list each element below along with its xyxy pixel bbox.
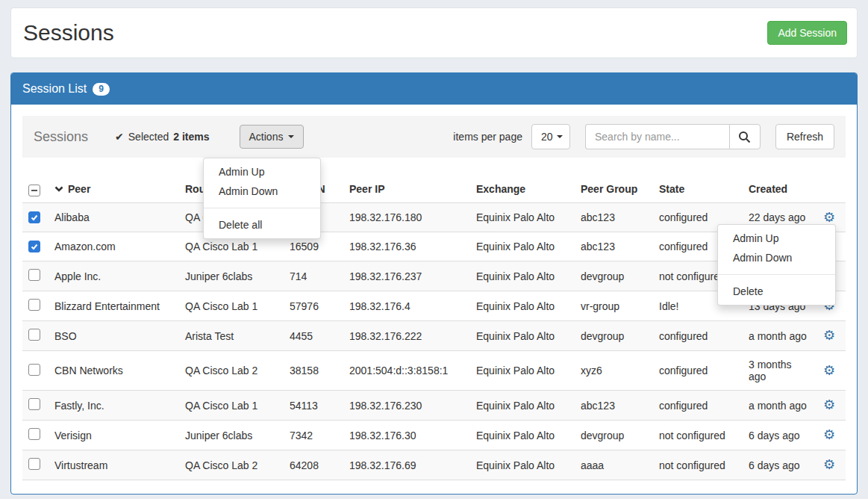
cell-peer: CBN Networks (49, 351, 179, 391)
column-header-created[interactable]: Created (743, 176, 817, 203)
refresh-button[interactable]: Refresh (775, 124, 834, 149)
cell-row-actions: ⚙ (817, 421, 846, 450)
table-row: Fastly, Inc.QA Cisco Lab 154113198.32.17… (22, 391, 846, 421)
row-checkbox[interactable] (28, 211, 40, 223)
panel-title: Session List (22, 82, 87, 96)
selected-prefix: Selected (128, 131, 169, 143)
sessions-page: Sessions Add Session Session List 9 Sess… (0, 0, 868, 499)
row-checkbox[interactable] (28, 364, 40, 376)
sort-descending-icon (54, 186, 63, 192)
cell-peer-ip: 198.32.176.222 (343, 321, 470, 351)
page-header: Sessions Add Session (10, 7, 858, 58)
cell-state: configured (653, 321, 743, 351)
gear-icon[interactable]: ⚙ (823, 365, 835, 376)
cell-peer-ip: 198.32.176.69 (343, 450, 470, 480)
cell-checkbox (22, 232, 49, 261)
cell-asn: 54113 (284, 391, 343, 421)
cell-peer-group: abc123 (575, 232, 653, 261)
add-session-button[interactable]: Add Session (767, 21, 847, 45)
items-per-page-value: 20 (541, 131, 553, 143)
column-header-peer-ip[interactable]: Peer IP (343, 176, 470, 203)
cell-checkbox (22, 450, 49, 480)
menu-item-admin-up[interactable]: Admin Up (204, 162, 320, 182)
cell-state: not configured (653, 450, 743, 480)
cell-checkbox (22, 351, 49, 391)
table-row: BSOArista Test4455198.32.176.222Equinix … (22, 321, 846, 351)
menu-item-admin-down[interactable]: Admin Down (204, 182, 320, 201)
row-checkbox[interactable] (28, 329, 40, 341)
row-checkbox[interactable] (28, 428, 40, 440)
cell-router: QA Cisco Lab 2 (179, 450, 284, 480)
cell-exchange: Equinix Palo Alto (470, 291, 575, 321)
cell-peer: BSO (49, 321, 179, 351)
cell-created: a month ago (743, 391, 817, 421)
cell-router: Juniper 6clabs (179, 261, 284, 291)
check-icon: ✔ (115, 131, 124, 143)
cell-router: Juniper 6clabs (179, 421, 284, 450)
header-checkbox-cell (22, 176, 49, 203)
cell-checkbox (22, 291, 49, 321)
column-header-actions (817, 176, 846, 203)
search-input[interactable] (585, 124, 729, 149)
cell-checkbox (22, 261, 49, 291)
table-row: CBN NetworksQA Cisco Lab 2381582001:504:… (22, 351, 846, 391)
gear-icon[interactable]: ⚙ (823, 429, 835, 441)
menu-divider (204, 208, 320, 208)
cell-router: QA Cisco Lab 1 (179, 391, 284, 421)
cell-peer-ip: 198.32.176.30 (343, 421, 470, 450)
gear-icon[interactable]: ⚙ (823, 329, 835, 341)
cell-peer-ip: 198.32.176.36 (343, 232, 470, 261)
cell-peer-group: vr-group (575, 291, 653, 321)
cell-exchange: Equinix Palo Alto (470, 391, 575, 421)
cell-peer-group: abc123 (575, 391, 653, 421)
caret-down-icon (288, 135, 294, 138)
gear-icon[interactable]: ⚙ (823, 211, 835, 223)
cell-peer: Alibaba (49, 203, 179, 232)
menu-item-delete-all[interactable]: Delete all (204, 215, 320, 235)
menu-item-delete[interactable]: Delete (718, 282, 835, 301)
column-header-peer-group[interactable]: Peer Group (575, 176, 653, 203)
cell-peer-group: xyz6 (575, 351, 653, 391)
column-header-exchange[interactable]: Exchange (470, 176, 575, 203)
cell-row-actions: ⚙ (817, 321, 846, 351)
table-row: VerisignJuniper 6clabs7342198.32.176.30E… (22, 421, 846, 450)
toolbar: Sessions ✔ Selected 2 items Actions item… (22, 116, 846, 158)
row-checkbox[interactable] (28, 458, 40, 470)
session-count-badge: 9 (93, 83, 110, 96)
cell-peer-ip: 198.32.176.237 (343, 261, 470, 291)
gear-icon[interactable]: ⚙ (823, 399, 835, 411)
menu-item-admin-up[interactable]: Admin Up (718, 229, 835, 248)
items-per-page-label: items per page (453, 131, 522, 143)
cell-exchange: Equinix Palo Alto (470, 203, 575, 232)
row-checkbox[interactable] (28, 241, 40, 252)
panel-heading: Session List 9 (11, 73, 857, 105)
items-per-page-select[interactable]: 20 (531, 124, 570, 149)
cell-peer-group: abc123 (575, 203, 653, 232)
cell-peer: Fastly, Inc. (49, 391, 179, 421)
cell-row-actions: ⚙ (817, 391, 846, 421)
cell-peer-ip: 198.32.176.4 (343, 291, 470, 321)
indeterminate-mark (31, 190, 37, 191)
cell-peer-ip: 198.32.176.180 (343, 203, 470, 232)
cell-peer-ip: 198.32.176.230 (343, 391, 470, 421)
cell-created: 6 days ago (743, 421, 817, 450)
row-checkbox[interactable] (28, 269, 40, 281)
selected-count: 2 items (173, 131, 209, 143)
search-button[interactable] (729, 124, 761, 149)
cell-peer: Apple Inc. (49, 261, 179, 291)
cell-row-actions: ⚙ (817, 351, 846, 391)
actions-button[interactable]: Actions (240, 125, 305, 149)
row-checkbox[interactable] (28, 299, 40, 311)
search-group (585, 124, 761, 149)
actions-dropdown-menu: Admin UpAdmin DownDelete all (203, 158, 321, 239)
column-header-peer[interactable]: Peer (49, 176, 179, 203)
cell-row-actions: ⚙ (817, 450, 846, 480)
column-header-state[interactable]: State (653, 176, 743, 203)
table-row: VirtustreamQA Cisco Lab 264208198.32.176… (22, 450, 846, 480)
select-all-checkbox[interactable] (28, 185, 40, 196)
menu-item-admin-down[interactable]: Admin Down (718, 248, 835, 267)
cell-asn: 7342 (284, 421, 343, 450)
cell-state: configured (653, 351, 743, 391)
gear-icon[interactable]: ⚙ (823, 459, 835, 471)
row-checkbox[interactable] (28, 398, 40, 410)
